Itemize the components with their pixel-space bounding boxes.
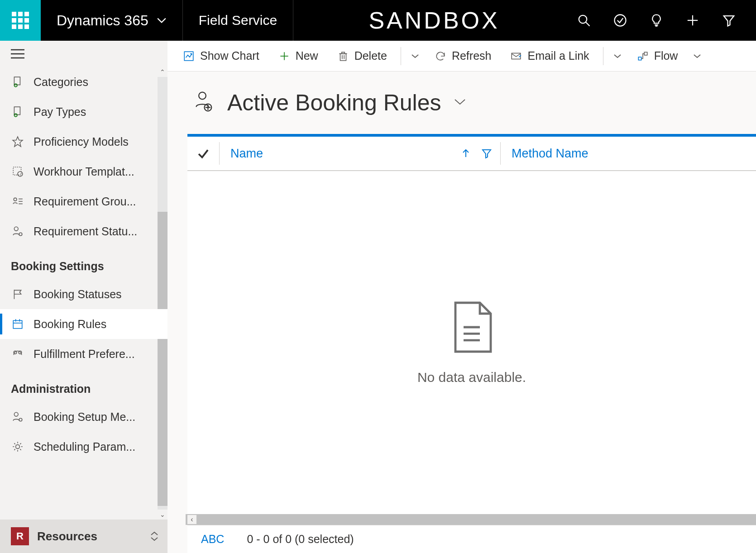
refresh-icon: [435, 50, 446, 62]
command-bar: Show Chart New Delete Refresh Email a Li…: [167, 41, 756, 72]
svg-rect-40: [638, 57, 641, 60]
refresh-button[interactable]: Refresh: [426, 45, 500, 67]
people-list-icon: [11, 195, 24, 208]
svg-point-0: [579, 15, 587, 24]
plus-icon: [686, 14, 699, 27]
svg-marker-47: [483, 150, 491, 158]
scroll-up-arrow[interactable]: ⌃: [158, 67, 167, 77]
sidebar-item-booking-rules[interactable]: Booking Rules: [0, 309, 167, 339]
funnel-icon: [722, 14, 736, 27]
sidebar-item-label: Scheduling Param...: [33, 440, 135, 453]
svg-point-15: [18, 172, 23, 176]
svg-rect-35: [340, 53, 346, 60]
area-switcher-chevrons: [150, 531, 158, 541]
email-link-button[interactable]: Email a Link: [502, 45, 597, 67]
delete-button[interactable]: Delete: [329, 45, 395, 67]
app-name-label: Dynamics 365: [57, 12, 148, 29]
body: ⌃ ⌄ Categories Pay Types Proficiency Mod…: [0, 41, 756, 553]
record-count-text: 0 - 0 of 0 (0 selected): [247, 533, 354, 546]
filter-icon[interactable]: [481, 148, 492, 159]
svg-point-16: [14, 198, 16, 201]
plus-icon: [278, 50, 290, 62]
sidebar-item-requirement-statuses[interactable]: Requirement Statu...: [0, 216, 167, 246]
flow-icon: [637, 50, 649, 62]
svg-point-42: [199, 92, 206, 100]
sidebar-item-label: Booking Setup Me...: [33, 410, 135, 424]
flow-button[interactable]: Flow: [629, 45, 686, 67]
show-chart-button[interactable]: Show Chart: [175, 45, 268, 67]
chevron-down-icon: [693, 53, 701, 59]
column-label: Name: [230, 147, 263, 161]
svg-point-12: [14, 114, 17, 117]
column-header-name[interactable]: Name: [220, 147, 500, 161]
scrollbar-track[interactable]: ⌃ ⌄: [158, 67, 167, 520]
svg-point-21: [19, 233, 22, 236]
email-link-split-button[interactable]: [609, 53, 626, 59]
separator: [401, 47, 401, 65]
data-grid: Name Method Name No data available.: [187, 134, 756, 553]
app-launcher-button[interactable]: [0, 0, 41, 41]
scrollbar-thumb[interactable]: [158, 212, 167, 506]
column-header-method-name[interactable]: Method Name: [501, 147, 599, 161]
sidebar-item-pay-types[interactable]: Pay Types: [0, 97, 167, 127]
sidebar-item-scheduling-parameters[interactable]: Scheduling Param...: [0, 432, 167, 462]
chevron-down-icon: [157, 17, 167, 24]
sidebar-toggle-button[interactable]: [0, 41, 167, 67]
hamburger-icon: [11, 49, 24, 59]
area-switcher[interactable]: R Resources: [0, 520, 167, 553]
grid-header-row: Name Method Name: [187, 137, 756, 171]
horizontal-scrollbar[interactable]: ‹: [186, 514, 756, 525]
sidebar-item-label: Proficiency Models: [33, 135, 129, 148]
filter-button[interactable]: [720, 11, 738, 29]
sidebar-item-label: Booking Rules: [33, 318, 106, 331]
lightbulb-icon: [650, 14, 663, 27]
svg-rect-14: [13, 167, 21, 175]
waffle-icon: [12, 12, 29, 29]
search-button[interactable]: [575, 11, 593, 29]
scroll-down-arrow[interactable]: ⌄: [158, 510, 167, 520]
flow-split-button[interactable]: [689, 53, 706, 59]
sidebar-item-booking-setup-metadata[interactable]: Booking Setup Me...: [0, 402, 167, 432]
chart-icon: [183, 50, 195, 62]
sidebar-item-label: Booking Statuses: [33, 288, 122, 301]
chevron-down-icon: [454, 98, 466, 106]
sidebar-item-categories[interactable]: Categories: [0, 67, 167, 97]
sidebar-item-workhour-templates[interactable]: Workhour Templat...: [0, 157, 167, 186]
module-name[interactable]: Field Service: [183, 0, 293, 41]
scroll-left-arrow[interactable]: ‹: [187, 515, 196, 524]
select-all-checkbox[interactable]: [187, 147, 219, 160]
person-gear-icon: [11, 224, 24, 238]
sidebar-item-label: Pay Types: [33, 105, 86, 119]
area-badge: R: [11, 527, 29, 545]
jump-bar-toggle[interactable]: ABC: [201, 533, 224, 546]
sidebar-group-administration: Administration: [0, 369, 167, 402]
sidebar-item-proficiency-models[interactable]: Proficiency Models: [0, 127, 167, 157]
trash-icon: [337, 50, 349, 62]
search-icon: [577, 14, 591, 27]
sidebar: ⌃ ⌄ Categories Pay Types Proficiency Mod…: [0, 41, 167, 553]
sort-ascending-icon[interactable]: [460, 148, 471, 159]
calendar-icon: [11, 317, 24, 331]
task-button[interactable]: [611, 11, 629, 29]
svg-line-1: [586, 22, 590, 26]
sidebar-item-requirement-groups[interactable]: Requirement Grou...: [0, 186, 167, 216]
sidebar-item-fulfillment-preferences[interactable]: Fulfillment Prefere...: [0, 339, 167, 369]
view-selector-dropdown[interactable]: [454, 98, 466, 108]
calendar-clock-icon: [11, 165, 24, 178]
svg-point-2: [615, 15, 626, 26]
module-label: Field Service: [199, 13, 277, 28]
add-button[interactable]: [684, 11, 702, 29]
checkmark-icon: [196, 147, 210, 160]
chevron-up-icon: [150, 531, 158, 536]
app-name-dropdown[interactable]: Dynamics 365: [41, 0, 182, 41]
new-button[interactable]: New: [270, 45, 326, 67]
email-icon: [510, 50, 522, 62]
help-button[interactable]: [647, 11, 665, 29]
cmd-label: New: [296, 49, 318, 62]
sidebar-item-booking-statuses[interactable]: Booking Statuses: [0, 279, 167, 309]
delete-split-button[interactable]: [407, 53, 424, 59]
svg-point-30: [19, 418, 22, 421]
svg-point-10: [14, 84, 17, 87]
document-person-icon: [11, 75, 24, 89]
sidebar-item-label: Categories: [33, 76, 88, 89]
